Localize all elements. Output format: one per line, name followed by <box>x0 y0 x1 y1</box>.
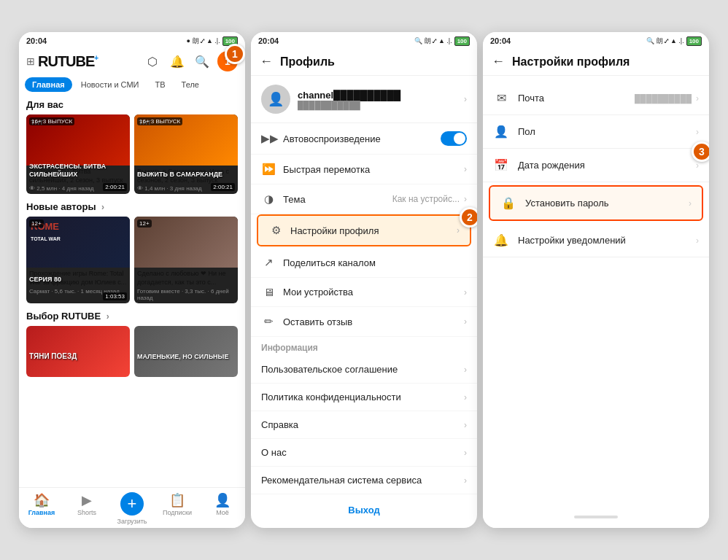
notifications-icon: 🔔 <box>493 233 509 247</box>
menu-terms[interactable]: Пользовательское соглашение › <box>251 356 477 384</box>
profile-settings-label: Настройки профиля <box>290 225 457 236</box>
apps-grid-icon[interactable]: ⊞ <box>26 55 35 67</box>
shorts-icon: ▶ <box>82 492 92 508</box>
video-info-4: Сделано с любовью ❤ Ни не догадается, ка… <box>134 268 238 303</box>
status-bar-3: 20:04 🔍 朗 ⑇ ▲ .|. 100 <box>483 32 709 48</box>
menu-autoplay[interactable]: ▶▶ Автовоспроизведение <box>251 123 477 155</box>
video-thumbnail-5: ТЯНИ ПОЕЗД <box>26 326 130 377</box>
settings-gender[interactable]: 👤 Пол › <box>483 115 709 149</box>
status-bar-1: 20:04 ● 朗 ⑇ ▲ .|. 100 <box>19 32 245 48</box>
theme-label: Тема <box>283 194 392 205</box>
menu-recommendation[interactable]: Рекомендательная система сервиса › <box>251 467 477 494</box>
user-subtitle: ███████████ <box>298 101 464 109</box>
menu-privacy[interactable]: Политика конфиденциальности › <box>251 384 477 411</box>
autoplay-icon: ▶▶ <box>261 132 276 145</box>
nav-subscriptions[interactable]: 📋 Подписки <box>155 491 200 526</box>
search-icon-3: 🔍 <box>646 37 654 44</box>
signal-icons: 朗 ⑇ ▲ .|. <box>193 36 220 46</box>
tab-tv[interactable]: ТВ <box>147 77 172 92</box>
birthday-icon: 📅 <box>493 158 509 172</box>
video-item-5[interactable]: ТЯНИ ПОЕЗД <box>26 326 130 377</box>
back-button-3[interactable]: ← <box>492 54 505 69</box>
autoplay-toggle[interactable] <box>441 131 467 146</box>
video-overlay-1: ЭКСТРАСЕНСЫ. БИТВА СИЛЬНЕЙШИХ <box>26 161 130 180</box>
profile-content: 👤 channel██████████ ███████████ › ▶▶ Авт… <box>251 76 477 528</box>
video-title-4: Сделано с любовью ❤ Ни не догадается, ка… <box>137 270 235 287</box>
menu-feedback[interactable]: ✏ Оставить отзыв › <box>251 307 477 337</box>
profile-btn-wrapper: 1 1 <box>217 51 238 71</box>
email-icon: ✉ <box>493 91 509 105</box>
video-badge-4: 12+ <box>137 219 152 228</box>
cast-icon[interactable]: ⬡ <box>143 52 162 71</box>
home-indicator <box>574 516 618 518</box>
step-badge-2: 2 <box>460 207 477 228</box>
upload-add-button[interactable]: + <box>120 492 144 516</box>
video-item-6[interactable]: МАЛЕНЬКИЕ, НО СИЛЬНЫЕ <box>134 326 238 377</box>
nav-mine[interactable]: 👤 Моё <box>200 491 245 526</box>
profile-header: ← Профиль <box>251 48 477 76</box>
nav-home[interactable]: 🏠 Главная <box>19 491 64 526</box>
nav-subscriptions-label: Подписки <box>163 509 192 516</box>
tab-tele[interactable]: Теле <box>174 77 206 92</box>
menu-share-channel[interactable]: ↗ Поделиться каналом <box>251 248 477 278</box>
tab-glavnaya[interactable]: Главная <box>25 77 72 92</box>
menu-about[interactable]: О нас › <box>251 439 477 467</box>
menu-theme[interactable]: ◑ Тема Как на устройс... › <box>251 184 477 214</box>
about-label: О нас <box>261 447 464 458</box>
devices-chevron: › <box>464 287 467 298</box>
section-rutube-choice: Выбор RUTUBE › <box>19 306 245 323</box>
menu-my-devices[interactable]: 🖥 Мои устройства › <box>251 278 477 307</box>
back-button-2[interactable]: ← <box>260 54 273 69</box>
username: channel██████████ <box>298 90 464 101</box>
feedback-label: Оставить отзыв <box>283 316 464 327</box>
gender-label: Пол <box>518 126 696 137</box>
status-icons-3: 🔍 朗 ⑇ ▲ .|. 100 <box>646 36 702 46</box>
nav-home-label: Главная <box>28 509 55 516</box>
notifications-chevron: › <box>696 236 699 246</box>
menu-fast-forward[interactable]: ⏩ Быстрая перемотка › <box>251 155 477 184</box>
video-item-3[interactable]: ROMETOTAL WAR СЕРИЯ 80 12+ 1:03:53 Прохо… <box>26 217 130 303</box>
subscriptions-icon: 📋 <box>169 492 185 508</box>
bell-icon[interactable]: 🔔 <box>168 52 187 71</box>
main-header: ⊞ RUTUBE+ ⬡ 🔔 🔍 1 1 <box>19 48 245 74</box>
nav-upload[interactable]: + Загрузить <box>109 491 155 526</box>
search-icon[interactable]: 🔍 <box>193 52 212 71</box>
video-item-1[interactable]: ТНТ ЭКСТРАСЕНСЫ. БИТВА СИЛЬНЕЙШИХ 16+ 3 … <box>26 114 130 194</box>
nav-upload-label: Загрузить <box>117 518 147 525</box>
settings-email[interactable]: ✉ Почта ██████████ › <box>483 82 709 115</box>
step-badge-3: 3 <box>692 141 709 162</box>
profile-settings-title: Настройки профиля <box>512 55 630 69</box>
fast-forward-icon: ⏩ <box>261 163 276 176</box>
recommendation-label: Рекомендательная система сервиса <box>261 475 464 486</box>
user-profile-row[interactable]: 👤 channel██████████ ███████████ › <box>251 76 477 123</box>
settings-birthday[interactable]: 📅 Дата рождения › <box>483 149 709 182</box>
notification-icon: ● <box>186 37 190 44</box>
main-content: Для вас ТНТ ЭКСТРАСЕНСЫ. БИТВА СИЛЬНЕЙШИ… <box>19 95 245 487</box>
settings-set-password[interactable]: 🔒 Установить пароль › <box>489 185 703 221</box>
about-chevron: › <box>464 448 467 458</box>
video-badge-3: 12+ <box>29 219 44 228</box>
menu-profile-settings[interactable]: ⚙ Настройки профиля › <box>257 214 471 246</box>
status-time-3: 20:04 <box>490 36 511 45</box>
section-for-you: Для вас <box>19 95 245 112</box>
rutube-logo: RUTUBE+ <box>38 53 98 70</box>
theme-icon: ◑ <box>261 192 276 206</box>
nav-shorts[interactable]: ▶ Shorts <box>64 491 109 526</box>
profile-title: Профиль <box>280 55 335 69</box>
tab-novosti[interactable]: Новости и СМИ <box>74 77 147 92</box>
video-item-4[interactable]: 12+ Сделано с любовью ❤ Ни не догадается… <box>134 217 238 303</box>
status-time-2: 20:04 <box>258 36 279 45</box>
privacy-chevron: › <box>464 392 467 402</box>
bottom-navigation: 🏠 Главная ▶ Shorts + Загрузить 📋 Подписк… <box>19 487 245 528</box>
video-item-2[interactable]: ТНТ ВЫЖИТЬ В САМАРКАНДЕ 16+ 3 ВЫПУСК 2:0… <box>134 114 238 194</box>
bottom-indicator <box>483 506 709 528</box>
status-icons-2: 🔍 朗 ⑇ ▲ .|. 100 <box>414 36 470 46</box>
settings-notifications[interactable]: 🔔 Настройки уведомлений › <box>483 224 709 257</box>
video-duration-2: 2:00:21 <box>211 183 235 191</box>
logout-button[interactable]: Выход <box>251 494 477 526</box>
set-password-label: Установить пароль <box>525 198 689 209</box>
menu-help[interactable]: Справка › <box>251 411 477 439</box>
status-bar-2: 20:04 🔍 朗 ⑇ ▲ .|. 100 <box>251 32 477 48</box>
navigation-tabs: Главная Новости и СМИ ТВ Теле <box>19 74 245 95</box>
video-badge-1: 16+ 3 ВЫПУСК <box>29 117 74 125</box>
